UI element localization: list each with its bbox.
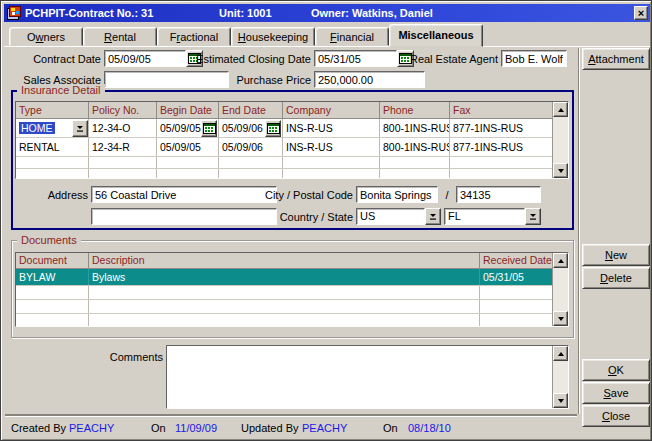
scroll-up-button[interactable] — [553, 102, 568, 117]
app-icon — [7, 6, 21, 20]
country-state-label: Country / State — [241, 209, 353, 226]
tab-housekeeping[interactable]: Housekeeping — [231, 27, 315, 46]
real-estate-agent-input[interactable] — [501, 50, 567, 67]
documents-grid-header: Document Description Received Date — [16, 253, 568, 269]
state-value: FL — [444, 208, 525, 225]
arrow-down-icon — [558, 169, 564, 176]
column-header[interactable]: Description — [89, 253, 480, 269]
policy-cell: 12-34-O — [89, 119, 157, 137]
created-by-label: Created By — [11, 422, 66, 435]
insurance-grid-scrollbar[interactable] — [552, 102, 568, 178]
state-dropdown-button[interactable] — [525, 208, 541, 225]
country-combobox[interactable]: US — [356, 208, 441, 225]
estimated-closing-date-label: Estimated Closing Date — [191, 51, 311, 68]
phone-cell: 800-1INS-RUS — [380, 119, 450, 137]
window-title-owner: Owner: Watkins, Daniel — [311, 6, 433, 20]
insurance-type-dropdown-button[interactable] — [72, 120, 88, 137]
description-cell: Bylaws — [89, 269, 480, 285]
table-row[interactable] — [16, 314, 568, 327]
arrow-down-icon — [558, 399, 564, 406]
real-estate-agent-label: Real Estate Agent — [406, 51, 498, 68]
purchase-price-input[interactable] — [314, 71, 425, 88]
begin-date-cell: 05/09/05 — [157, 138, 219, 156]
contract-window: PCHPIT-Contract No.: 31 Unit: 1001 Owner… — [0, 0, 652, 441]
column-header[interactable]: Phone — [380, 102, 450, 119]
new-button[interactable]: New — [582, 244, 650, 266]
fax-cell: 877-1INS-RUS — [450, 119, 554, 137]
estimated-closing-date-input[interactable] — [314, 50, 397, 67]
attachment-button[interactable]: Attachment — [582, 48, 650, 70]
documents-grid-scrollbar[interactable] — [552, 253, 568, 326]
table-row[interactable]: RENTAL 12-34-R 05/09/05 05/09/06 INS-R-U… — [16, 138, 568, 157]
tab-miscellaneous[interactable]: Miscellaneous — [389, 24, 483, 47]
state-combobox[interactable]: FL — [444, 208, 541, 225]
table-row[interactable] — [16, 300, 568, 314]
tab-financial[interactable]: Financial — [315, 27, 389, 46]
policy-cell: 12-34-R — [89, 138, 157, 156]
created-on-label: On — [151, 422, 166, 435]
tab-owners[interactable]: Owners — [9, 27, 83, 46]
column-header[interactable]: Document — [16, 253, 89, 269]
close-window-button[interactable]: × — [634, 6, 648, 20]
end-date-calendar-button[interactable] — [265, 120, 281, 137]
tab-page-edge — [4, 46, 650, 47]
scroll-down-button[interactable] — [553, 311, 568, 326]
selected-cell-text: HOME — [19, 122, 55, 134]
document-cell: BYLAW — [16, 269, 89, 285]
column-header[interactable]: Policy No. — [89, 102, 157, 119]
column-header[interactable]: Type — [16, 102, 89, 119]
created-by-value: PEACHY — [69, 422, 114, 435]
column-header[interactable]: Fax — [450, 102, 554, 119]
vertical-separator — [578, 48, 580, 414]
city-postal-separator: / — [442, 187, 452, 204]
save-button[interactable]: Save — [582, 382, 650, 404]
arrow-up-icon — [558, 256, 564, 263]
table-row-selected[interactable]: BYLAW Bylaws 05/31/05 — [16, 269, 568, 286]
scroll-down-button[interactable] — [553, 393, 568, 408]
country-value: US — [356, 208, 425, 225]
tab-rental[interactable]: Rental — [83, 27, 157, 46]
ok-button[interactable]: OK — [582, 359, 650, 381]
begin-date-calendar-button[interactable] — [201, 120, 217, 137]
calendar-icon — [203, 123, 216, 134]
comments-scrollbar[interactable] — [552, 346, 568, 408]
postal-code-input[interactable] — [456, 186, 541, 203]
comments-label: Comments — [73, 349, 163, 366]
contract-date-label: Contract Date — [11, 51, 101, 68]
title-bar[interactable]: PCHPIT-Contract No.: 31 Unit: 1001 Owner… — [4, 4, 650, 22]
company-cell: INS-R-US — [283, 119, 380, 137]
scroll-up-button[interactable] — [553, 253, 568, 268]
table-row[interactable] — [16, 286, 568, 300]
city-postal-label: City / Postal Code — [241, 187, 353, 204]
column-header[interactable]: Begin Date — [157, 102, 219, 119]
documents-legend: Documents — [17, 234, 81, 246]
contract-date-input[interactable] — [104, 50, 186, 67]
dropdown-icon — [529, 212, 538, 221]
insurance-detail-legend: Insurance Detail — [17, 84, 105, 96]
table-row[interactable] — [16, 169, 568, 179]
column-header[interactable]: Received Date — [480, 253, 554, 269]
table-row[interactable]: HOME 12-34-O 05/09/05 05/09/06 INS-R-US … — [16, 119, 568, 138]
column-header[interactable]: End Date — [219, 102, 283, 119]
close-button[interactable]: Close — [582, 405, 650, 427]
dropdown-icon — [429, 212, 438, 221]
comments-textarea[interactable] — [168, 347, 552, 407]
window-title-unit: Unit: 1001 — [219, 6, 272, 20]
purchase-price-label: Purchase Price — [211, 72, 311, 89]
scroll-up-button[interactable] — [553, 346, 568, 361]
country-dropdown-button[interactable] — [425, 208, 441, 225]
city-input[interactable] — [356, 186, 438, 203]
received-date-cell: 05/31/05 — [480, 269, 554, 285]
column-header[interactable]: Company — [283, 102, 380, 119]
table-row[interactable] — [16, 157, 568, 169]
phone-cell: 800-1INS-RUS — [380, 138, 450, 156]
comments-box — [166, 345, 569, 409]
insurance-grid: Type Policy No. Begin Date End Date Comp… — [15, 101, 569, 179]
calendar-icon — [267, 123, 280, 134]
insurance-grid-header: Type Policy No. Begin Date End Date Comp… — [16, 102, 568, 119]
company-cell: INS-R-US — [283, 138, 380, 156]
horizontal-separator — [5, 414, 577, 416]
tab-fractional[interactable]: Fractional — [157, 27, 231, 46]
scroll-down-button[interactable] — [553, 163, 568, 178]
delete-button[interactable]: Delete — [582, 267, 650, 289]
